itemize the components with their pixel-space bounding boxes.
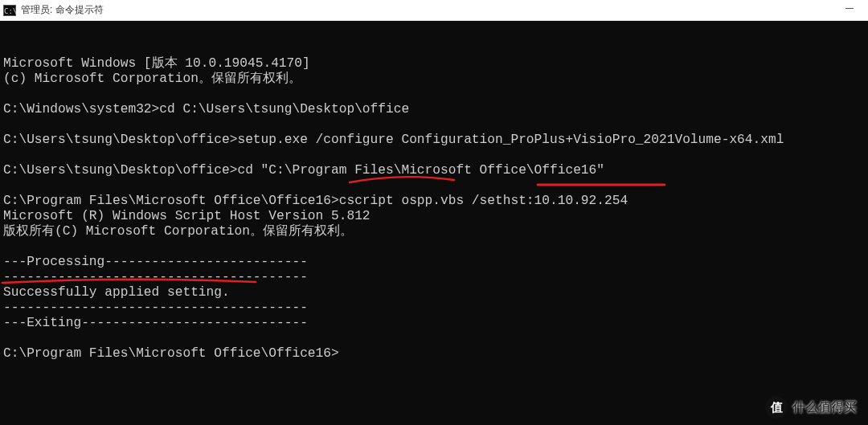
terminal-output: Microsoft Windows [版本 10.0.19045.4170] (… <box>3 56 865 362</box>
window-title: 管理员: 命令提示符 <box>21 3 104 17</box>
cmd-icon: C:\ <box>3 5 16 16</box>
watermark: 值 什么值得买 <box>765 396 857 419</box>
window-title-bar[interactable]: C:\ 管理员: 命令提示符 <box>0 0 868 21</box>
watermark-text: 什么值得买 <box>792 399 857 416</box>
watermark-badge-icon: 值 <box>765 396 788 419</box>
terminal-area[interactable]: Microsoft Windows [版本 10.0.19045.4170] (… <box>0 21 868 425</box>
minimize-icon[interactable] <box>845 8 854 9</box>
